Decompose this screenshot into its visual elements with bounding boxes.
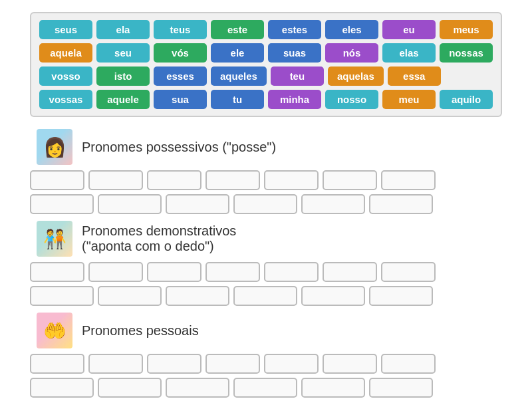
drop-cell[interactable] [205, 354, 260, 374]
section-title-pessoais: Pronomes pessoais [82, 323, 199, 338]
word-chip-meus[interactable]: meus [440, 20, 493, 39]
word-chip-seus[interactable]: seus [39, 20, 92, 39]
drop-cell[interactable] [301, 286, 365, 306]
word-chip-ela[interactable]: ela [96, 20, 150, 39]
word-chip-eu[interactable]: eu [382, 20, 436, 39]
word-chip-eles[interactable]: eles [325, 20, 378, 39]
drop-cell[interactable] [98, 194, 162, 214]
drop-cell[interactable] [88, 170, 143, 190]
word-chip-minha[interactable]: minha [268, 90, 321, 109]
drop-cell[interactable] [30, 378, 94, 398]
word-chip-meu[interactable]: meu [382, 90, 436, 109]
word-chip-nossas[interactable]: nossas [440, 43, 493, 63]
drop-cell[interactable] [233, 194, 297, 214]
word-chip-teu[interactable]: teu [271, 66, 324, 86]
word-chip-esses[interactable]: esses [154, 66, 207, 86]
word-chip-este[interactable]: este [211, 20, 264, 39]
drop-cell[interactable] [381, 170, 436, 190]
section-title-demonstrativos: Pronomes demonstrativos ("aponta com o d… [82, 223, 236, 254]
drop-cell[interactable] [30, 354, 84, 374]
drop-row2-pessoais [30, 378, 502, 398]
section-header-pessoais: 🤲Pronomes pessoais [30, 313, 502, 348]
section-header-possessivos: 👩Pronomes possessivos ("posse") [30, 129, 502, 165]
drop-row1-pessoais [30, 354, 502, 374]
drop-cell[interactable] [323, 170, 377, 190]
drop-cell[interactable] [30, 170, 84, 190]
drop-cell[interactable] [264, 354, 319, 374]
word-chip-tu[interactable]: tu [211, 90, 264, 109]
word-chip-sua[interactable]: sua [154, 90, 207, 109]
word-chip-nosso[interactable]: nosso [325, 90, 378, 109]
drop-cell[interactable] [381, 262, 436, 282]
drop-cell[interactable] [301, 378, 365, 398]
drop-cell[interactable] [98, 378, 162, 398]
word-chip-vosso[interactable]: vosso [39, 66, 92, 86]
word-chip-vos[interactable]: vós [154, 43, 207, 63]
section-avatar-demonstrativos: 🧑‍🤝‍🧑 [37, 221, 72, 257]
word-chip-aquilo[interactable]: aquilo [440, 90, 493, 109]
section-header-demonstrativos: 🧑‍🤝‍🧑Pronomes demonstrativos ("aponta co… [30, 221, 502, 257]
drop-cell[interactable] [264, 262, 319, 282]
drop-cell[interactable] [233, 378, 297, 398]
drop-cell[interactable] [166, 194, 229, 214]
drop-row2-possessivos [30, 194, 502, 214]
drop-cell[interactable] [369, 194, 433, 214]
drop-cell[interactable] [205, 170, 260, 190]
section-pessoais: 🤲Pronomes pessoais [30, 313, 502, 398]
drop-cell[interactable] [30, 262, 84, 282]
word-chip-essa[interactable]: essa [388, 66, 441, 86]
drop-cell[interactable] [369, 378, 433, 398]
word-bank: seuselateusesteesteseleseumeusaquelaseuv… [30, 12, 502, 117]
drop-row1-possessivos [30, 170, 502, 190]
drop-row2-demonstrativos [30, 286, 502, 306]
drop-cell[interactable] [166, 378, 229, 398]
word-chip-aquela[interactable]: aquela [39, 43, 92, 63]
word-chip-suas[interactable]: suas [268, 43, 321, 63]
drop-cell[interactable] [369, 286, 433, 306]
word-chip-estes[interactable]: estes [268, 20, 321, 39]
drop-cell[interactable] [323, 354, 377, 374]
drop-row1-demonstrativos [30, 262, 502, 282]
drop-cell[interactable] [98, 286, 162, 306]
section-demonstrativos: 🧑‍🤝‍🧑Pronomes demonstrativos ("aponta co… [30, 221, 502, 306]
drop-cell[interactable] [323, 262, 377, 282]
word-chip-ele[interactable]: ele [211, 43, 264, 63]
word-chip-isto[interactable]: isto [96, 66, 150, 86]
drop-cell[interactable] [147, 262, 201, 282]
drop-cell[interactable] [301, 194, 365, 214]
word-chip-aqueles[interactable]: aqueles [211, 66, 267, 86]
drop-cell[interactable] [30, 286, 94, 306]
section-title-possessivos: Pronomes possessivos ("posse") [82, 140, 276, 155]
drop-cell[interactable] [166, 286, 229, 306]
drop-cell[interactable] [233, 286, 297, 306]
word-chip-teus[interactable]: teus [154, 20, 207, 39]
section-avatar-pessoais: 🤲 [37, 313, 72, 348]
drop-cell[interactable] [88, 354, 143, 374]
drop-cell[interactable] [147, 354, 201, 374]
word-chip-nos[interactable]: nós [325, 43, 378, 63]
drop-cell[interactable] [381, 354, 436, 374]
drop-cell[interactable] [205, 262, 260, 282]
drop-cell[interactable] [88, 262, 143, 282]
word-chip-elas[interactable]: elas [382, 43, 436, 63]
drop-cell[interactable] [264, 170, 319, 190]
word-chip-aquele[interactable]: aquele [96, 90, 150, 109]
drop-cell[interactable] [30, 194, 94, 214]
drop-cell[interactable] [147, 170, 201, 190]
section-avatar-possessivos: 👩 [37, 129, 72, 165]
word-chip-aquelas[interactable]: aquelas [328, 66, 384, 86]
word-chip-vossas[interactable]: vossas [39, 90, 92, 109]
section-possessivos: 👩Pronomes possessivos ("posse") [30, 129, 502, 214]
word-chip-seu[interactable]: seu [96, 43, 150, 63]
